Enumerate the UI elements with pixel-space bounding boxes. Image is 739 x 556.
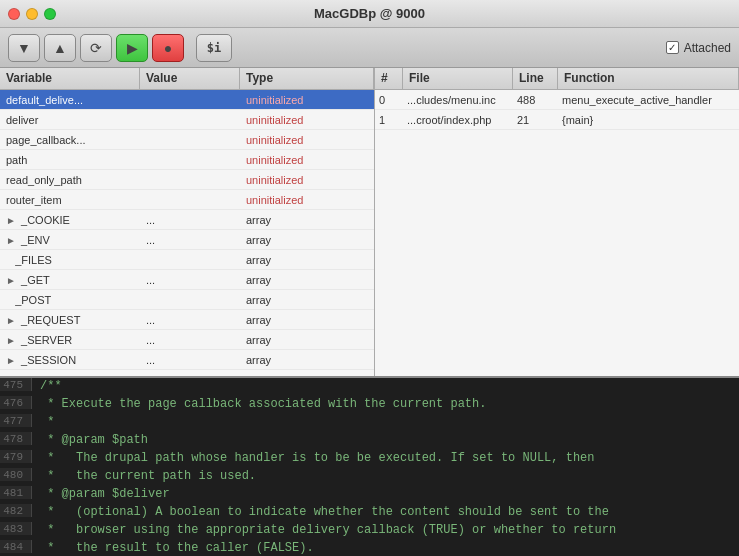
line-column-header: Line [513,68,558,89]
variable-name: ► _REQUEST [0,314,140,326]
variable-value: ... [140,214,240,226]
variable-type: uninitialized [240,154,374,166]
line-content: * Execute the page callback associated w… [32,396,739,412]
table-row[interactable]: deliver uninitialized [0,110,374,130]
stack-index: 1 [375,114,403,126]
stack-file: ...cludes/menu.inc [403,94,513,106]
table-row[interactable]: ► _ENV ... array [0,230,374,250]
table-row[interactable]: 0 ...cludes/menu.inc 488 menu_execute_ac… [375,90,739,110]
line-number: 476 [0,396,32,409]
minimize-button[interactable] [26,8,38,20]
line-content: * @param $deliver [32,486,739,502]
variable-name: router_item [0,194,140,206]
variable-value: ... [140,354,240,366]
variable-type: uninitialized [240,114,374,126]
code-pane: 475 /** 476 * Execute the page callback … [0,378,739,556]
variable-type: array [240,314,374,326]
file-column-header: File [403,68,513,89]
expand-icon[interactable]: ► [6,275,18,286]
table-row[interactable]: ► _REQUEST ... array [0,310,374,330]
expand-icon[interactable]: ► [6,235,18,246]
expand-icon[interactable]: ► [6,315,18,326]
code-line: 482 * (optional) A boolean to indicate w… [0,504,739,522]
stack-list: 0 ...cludes/menu.inc 488 menu_execute_ac… [375,90,739,376]
code-line: 479 * The drupal path whose handler is t… [0,450,739,468]
step-out-button[interactable]: ▲ [44,34,76,62]
main-split-pane: Variable Value Type default_delive... un… [0,68,739,378]
maximize-button[interactable] [44,8,56,20]
variable-name: ► _COOKIE [0,214,140,226]
expand-icon[interactable]: ► [6,215,18,226]
stop-button[interactable]: ● [152,34,184,62]
line-content: * [32,414,739,430]
table-row[interactable]: ► _SESSION ... array [0,350,374,370]
table-row[interactable]: 1 ...croot/index.php 21 {main} [375,110,739,130]
code-lines[interactable]: 475 /** 476 * Execute the page callback … [0,378,739,556]
stack-header: # File Line Function [375,68,739,90]
expand-icon[interactable]: ► [6,355,18,366]
variable-name: read_only_path [0,174,140,186]
hash-column-header: # [375,68,403,89]
code-line: 475 /** [0,378,739,396]
variable-name: ► _GET [0,274,140,286]
stack-panel: # File Line Function 0 ...cludes/menu.in… [375,68,739,376]
variables-header: Variable Value Type [0,68,374,90]
table-row[interactable]: ► _SERVER ... array [0,330,374,350]
variables-list: default_delive... uninitialized deliver … [0,90,374,376]
variable-type: array [240,334,374,346]
variable-type: array [240,354,374,366]
variable-value: ... [140,334,240,346]
code-line: 480 * the current path is used. [0,468,739,486]
attached-container: ✓ Attached [666,41,731,55]
line-content: * @param $path [32,432,739,448]
variable-value: ... [140,234,240,246]
attached-checkbox[interactable]: ✓ [666,41,679,54]
variable-name: ► _SERVER [0,334,140,346]
code-line: 478 * @param $path [0,432,739,450]
line-number: 480 [0,468,32,481]
table-row[interactable]: path uninitialized [0,150,374,170]
code-line: 483 * browser using the appropriate deli… [0,522,739,540]
line-content: * (optional) A boolean to indicate wheth… [32,504,739,520]
code-line: 481 * @param $deliver [0,486,739,504]
table-row[interactable]: _POST array [0,290,374,310]
variable-type: uninitialized [240,134,374,146]
variable-column-header: Variable [0,68,140,89]
table-row[interactable]: read_only_path uninitialized [0,170,374,190]
window-title: MacGDBp @ 9000 [314,6,425,21]
value-column-header: Value [140,68,240,89]
table-row[interactable]: default_delive... uninitialized [0,90,374,110]
code-line: 476 * Execute the page callback associat… [0,396,739,414]
table-row[interactable]: router_item uninitialized [0,190,374,210]
line-content: * the result to the caller (FALSE). [32,540,739,556]
variable-name: page_callback... [0,134,140,146]
variable-name: ► _SESSION [0,354,140,366]
stack-line: 488 [513,94,558,106]
step-into-button[interactable]: ▼ [8,34,40,62]
line-content: * The drupal path whose handler is to be… [32,450,739,466]
variable-value: ... [140,314,240,326]
step-over-button[interactable]: ⟳ [80,34,112,62]
variable-value: ... [140,274,240,286]
line-number: 475 [0,378,32,391]
titlebar: MacGDBp @ 9000 [0,0,739,28]
table-row[interactable]: ► _GET ... array [0,270,374,290]
line-content: /** [32,378,739,394]
variable-name: deliver [0,114,140,126]
table-row[interactable]: _FILES array [0,250,374,270]
variable-name: default_delive... [0,94,140,106]
close-button[interactable] [8,8,20,20]
line-number: 479 [0,450,32,463]
expand-icon[interactable]: ► [6,335,18,346]
line-number: 483 [0,522,32,535]
variable-type: uninitialized [240,174,374,186]
code-line: 484 * the result to the caller (FALSE). [0,540,739,556]
cmd-button[interactable]: $i [196,34,232,62]
variable-type: array [240,294,374,306]
line-number: 481 [0,486,32,499]
table-row[interactable]: page_callback... uninitialized [0,130,374,150]
table-row[interactable]: ► _COOKIE ... array [0,210,374,230]
traffic-lights[interactable] [8,8,56,20]
run-button[interactable]: ▶ [116,34,148,62]
code-line: 477 * [0,414,739,432]
